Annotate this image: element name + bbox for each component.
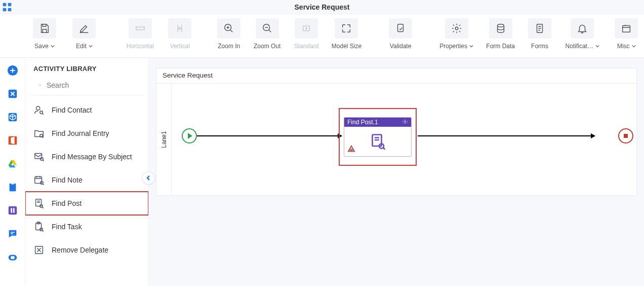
library-item-find-message[interactable]: Find Message By Subject [25, 145, 148, 168]
sequence-flow[interactable] [197, 135, 342, 136]
rail-exchange-icon[interactable] [5, 86, 20, 101]
side-rail [0, 58, 25, 286]
rail-video-icon[interactable] [5, 249, 20, 265]
svg-rect-21 [8, 206, 17, 215]
standard-zoom-button: Standard [289, 18, 323, 50]
library-item-label: Find Contact [52, 106, 92, 114]
svg-rect-14 [623, 26, 630, 32]
end-node[interactable] [618, 128, 633, 144]
search-icon [38, 81, 42, 90]
gear-icon [445, 18, 468, 39]
svg-point-9 [306, 28, 307, 29]
svg-point-11 [455, 27, 458, 30]
standard-icon [295, 18, 318, 39]
svg-point-12 [497, 24, 504, 27]
folder-search-icon [33, 128, 45, 139]
save-button[interactable]: Save [28, 18, 61, 50]
library-item-label: Remove Delegate [52, 246, 108, 254]
vertical-icon [168, 18, 191, 39]
library-item-find-note[interactable]: Find Note [25, 168, 148, 192]
pool: Lane1 Find Post.1 [156, 84, 636, 195]
canvas-area[interactable]: Service Request Lane1 Find Post.1 [149, 58, 644, 286]
svg-point-43 [351, 150, 352, 151]
clipboard-search-icon [33, 221, 45, 232]
svg-rect-4 [136, 27, 145, 30]
warning-icon [347, 145, 355, 154]
sequence-flow[interactable] [418, 135, 595, 136]
doc-search-icon [33, 198, 45, 209]
zoom-out-button[interactable]: Zoom Out [249, 18, 285, 50]
contact-search-icon [33, 104, 45, 116]
chevron-left-icon [146, 175, 151, 181]
edit-icon [72, 18, 96, 39]
library-list: Find Contact Find Journal Entry Find Mes… [25, 95, 148, 286]
misc-button[interactable]: Misc [609, 18, 644, 50]
library-item-label: Find Task [52, 223, 82, 231]
model-size-icon [335, 18, 358, 39]
rail-cube-icon[interactable] [5, 110, 20, 125]
svg-rect-20 [11, 183, 14, 185]
activity-library-panel: ACTIVITY LIBRARY Find Contact Find Journ… [25, 58, 149, 286]
svg-point-28 [40, 111, 43, 114]
activity-gear-icon[interactable] [402, 119, 408, 126]
library-item-label: Find Message By Subject [52, 153, 132, 161]
forms-icon [528, 18, 551, 39]
library-item-label: Find Journal Entry [52, 129, 109, 137]
rail-clipboard-icon[interactable] [5, 180, 20, 195]
svg-rect-0 [3, 3, 7, 6]
svg-point-27 [36, 106, 40, 110]
process-card: Service Request Lane1 Find Post.1 [156, 68, 637, 196]
zoom-in-button[interactable]: Zoom In [213, 18, 245, 50]
page-title: Service Request [295, 3, 350, 11]
notifications-button[interactable]: Notificat… [560, 18, 605, 50]
svg-rect-23 [13, 208, 14, 212]
lane-label[interactable]: Lane1 [156, 84, 172, 195]
svg-point-40 [405, 121, 406, 122]
horizontal-button: Horizontal [120, 18, 159, 50]
svg-rect-19 [9, 184, 16, 192]
edit-button[interactable]: Edit [65, 18, 104, 50]
activity-body [344, 127, 411, 156]
library-item-find-post[interactable]: Find Post [25, 192, 148, 215]
library-item-find-task[interactable]: Find Task [25, 215, 148, 238]
bell-icon [571, 18, 594, 39]
library-item-find-journal[interactable]: Find Journal Entry [25, 122, 148, 145]
library-item-remove-delegate[interactable]: Remove Delegate [25, 238, 148, 262]
library-search[interactable] [30, 78, 143, 95]
rail-chat-icon[interactable] [5, 226, 20, 241]
search-input[interactable] [47, 81, 135, 89]
rail-drive-icon[interactable] [5, 156, 20, 171]
zoom-in-icon [217, 18, 240, 39]
zoom-out-icon [256, 18, 279, 39]
model-size-button[interactable]: Model Size [328, 18, 366, 50]
horizontal-icon [129, 18, 152, 39]
rail-pause-icon[interactable] [5, 203, 20, 218]
vertical-button: Vertical [164, 18, 196, 50]
editor-toolbar: Save Edit Horizontal Vertical Zoom In Zo… [0, 14, 644, 58]
library-heading: ACTIVITY LIBRARY [25, 58, 148, 78]
library-item-label: Find Note [52, 176, 83, 184]
properties-button[interactable]: Properties [435, 18, 477, 50]
activity-node[interactable]: Find Post.1 [344, 117, 412, 157]
rail-office-icon[interactable] [5, 133, 20, 148]
remove-box-icon [33, 244, 45, 256]
activity-title: Find Post.1 [347, 119, 378, 126]
misc-icon [615, 18, 638, 39]
forms-button[interactable]: Forms [524, 18, 556, 50]
save-icon [33, 18, 56, 39]
database-icon [489, 18, 512, 39]
svg-rect-3 [8, 8, 12, 11]
process-title: Service Request [156, 68, 636, 84]
collapse-panel-button[interactable] [142, 171, 155, 185]
calendar-search-icon [33, 174, 45, 186]
library-item-find-contact[interactable]: Find Contact [25, 98, 148, 122]
app-header: Service Request [0, 0, 644, 14]
rail-add-icon[interactable] [5, 63, 20, 78]
validate-button[interactable]: Validate [382, 18, 418, 50]
lane-body[interactable]: Find Post.1 [172, 84, 636, 195]
svg-point-5 [179, 27, 181, 29]
svg-point-26 [39, 84, 41, 86]
start-node[interactable] [182, 128, 197, 144]
form-data-button[interactable]: Form Data [481, 18, 519, 50]
app-logo-icon[interactable] [0, 0, 14, 14]
